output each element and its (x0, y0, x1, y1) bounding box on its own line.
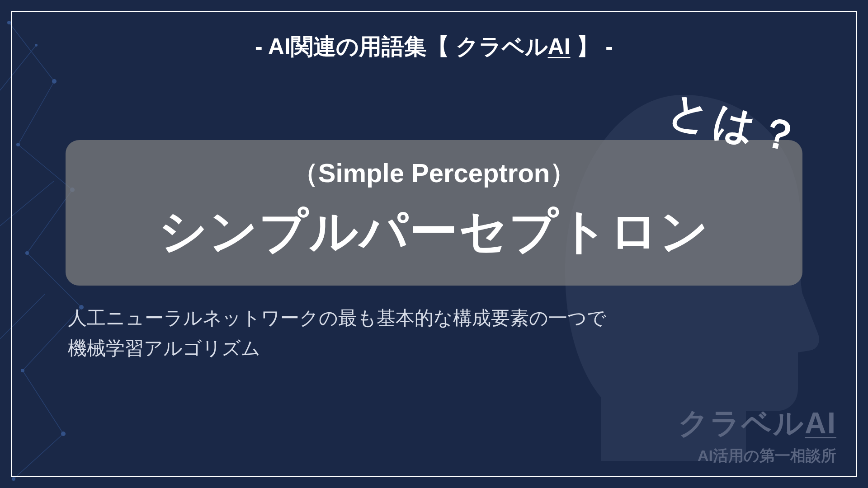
term-definition-box: （Simple Perceptron） シンプルパーセプトロン (66, 140, 802, 286)
brand-footer: クラベルAI AI活用の第一相談所 (678, 403, 836, 466)
term-japanese: シンプルパーセプトロン (88, 199, 780, 264)
svg-point-11 (7, 21, 11, 24)
brand-tagline: AI活用の第一相談所 (678, 446, 836, 466)
page-header: - AI関連の用語集【 クラベルAI 】 - (255, 32, 613, 62)
header-main: AI関連の用語集 (268, 34, 427, 59)
description-line2: 機械学習アルゴリズム (68, 333, 606, 363)
header-bracket-close: 】 (571, 34, 599, 59)
header-brand-ai: AI (548, 34, 571, 59)
header-suffix: - (599, 34, 613, 59)
brand-name-part1: クラベル (678, 406, 805, 440)
term-description: 人工ニューラルネットワークの最も基本的な構成要素の一つで 機械学習アルゴリズム (68, 303, 606, 363)
header-bracket-open: 【 (427, 34, 456, 59)
svg-point-19 (12, 477, 15, 481)
header-prefix: - (255, 34, 268, 59)
term-english: （Simple Perceptron） (88, 156, 780, 191)
brand-name-ai: AI (805, 406, 836, 440)
brand-name: クラベルAI (678, 403, 836, 444)
description-line1: 人工ニューラルネットワークの最も基本的な構成要素の一つで (68, 303, 606, 333)
header-brand-part1: クラベル (456, 34, 548, 59)
